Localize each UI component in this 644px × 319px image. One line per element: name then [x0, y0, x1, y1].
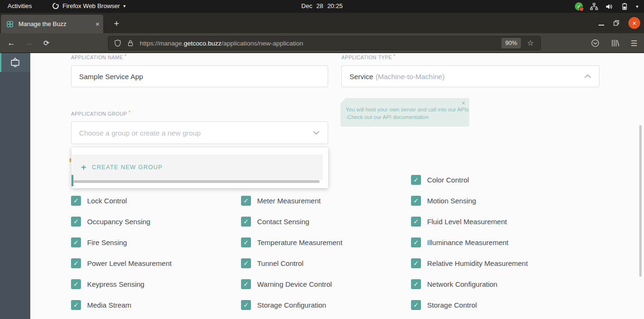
tab-title: Manage the Buzz: [18, 20, 92, 27]
application-group-select[interactable]: Choose a group or create a new group: [71, 121, 328, 144]
required-asterisk: *: [394, 54, 395, 59]
chevron-up-icon[interactable]: [584, 74, 591, 79]
minimize-button[interactable]: [599, 25, 604, 26]
checkbox-checked-icon[interactable]: ✓: [411, 237, 421, 247]
activities-button[interactable]: Activities: [8, 2, 32, 9]
capability-item[interactable]: ✓Keypress Sensing: [71, 279, 241, 289]
plus-icon: +: [81, 162, 86, 173]
application-type-value: Service: [349, 73, 373, 81]
capability-item[interactable]: ✓Contact Sensing: [241, 217, 411, 227]
application-name-input[interactable]: [71, 65, 328, 87]
checkbox-checked-icon[interactable]: ✓: [241, 237, 251, 247]
network-icon[interactable]: [590, 3, 598, 10]
capability-item[interactable]: ✓ Color Control: [411, 175, 469, 185]
application-type-label: APPLICATION TYPE*: [341, 54, 395, 60]
capability-label: Occupancy Sensing: [87, 218, 150, 226]
checkbox-checked-icon[interactable]: ✓: [241, 217, 251, 227]
capability-item[interactable]: ✓Storage Configuration: [241, 300, 411, 310]
capability-item[interactable]: ✓Lock Control: [71, 196, 241, 206]
checkbox-checked-icon[interactable]: ✓: [411, 217, 421, 227]
tab-manage-the-buzz[interactable]: Manage the Buzz ×: [1, 15, 103, 33]
checkbox-checked-icon[interactable]: ✓: [71, 237, 81, 247]
sidebar-item-applications[interactable]: [0, 53, 30, 72]
toolbar-right-icons: ☰: [591, 33, 637, 53]
site-favicon-icon: [6, 20, 14, 28]
create-new-group-option[interactable]: + CREATE NEW GROUP: [72, 155, 323, 180]
application-name-label: APPLICATION NAME*: [71, 54, 126, 60]
capability-item[interactable]: ✓Tunnel Control: [241, 258, 411, 268]
capability-item[interactable]: ✓Meter Measurement: [241, 196, 411, 206]
capability-item[interactable]: ✓Fire Sensing: [71, 237, 241, 247]
checkbox-checked-icon[interactable]: ✓: [241, 279, 251, 289]
screen: Activities Firefox Web Browser ▾ Dec 28 …: [0, 0, 644, 319]
tab-close-icon[interactable]: ×: [92, 20, 103, 28]
capability-label: Storage Control: [427, 301, 477, 309]
capability-item[interactable]: ✓Occupancy Sensing: [71, 217, 241, 227]
obscured-checkbox-fragment: [72, 175, 73, 186]
checkbox-checked-icon[interactable]: ✓: [71, 279, 81, 289]
system-menu-caret-icon[interactable]: ▾: [636, 4, 638, 9]
close-button[interactable]: ×: [628, 17, 640, 29]
capability-label: Color Control: [427, 176, 469, 184]
hamburger-menu-icon[interactable]: ☰: [631, 39, 637, 48]
app-sidebar: [0, 53, 30, 319]
capability-label: Contact Sensing: [257, 218, 309, 226]
url-path: /applications/new-application: [222, 40, 304, 47]
capability-label: Network Configuration: [427, 280, 497, 288]
capability-label: Keypress Sensing: [87, 280, 144, 288]
pocket-icon[interactable]: [591, 39, 599, 47]
reload-button[interactable]: ⟳: [39, 33, 54, 53]
volume-icon[interactable]: [605, 3, 613, 10]
application-type-select[interactable]: Service (Machine-to-Machine): [341, 65, 599, 87]
capability-item[interactable]: ✓Temperature Measurement: [241, 237, 411, 247]
back-button[interactable]: ←: [4, 33, 19, 53]
tooltip-line-1: You will host your own server and call i…: [346, 107, 469, 112]
checkbox-checked-icon[interactable]: ✓: [71, 258, 81, 268]
url-bar[interactable]: https://manage.getcoco.buzz/applications…: [108, 36, 541, 50]
library-icon[interactable]: [611, 39, 619, 47]
new-tab-button[interactable]: +: [110, 17, 123, 30]
bookmark-star-icon[interactable]: ☆: [527, 38, 534, 47]
chevron-down-icon[interactable]: [313, 130, 320, 135]
capability-item[interactable]: ✓Media Stream: [71, 300, 241, 310]
app-menu-button[interactable]: Firefox Web Browser ▾: [52, 2, 125, 9]
capability-item[interactable]: ✓Network Configuration: [411, 279, 610, 289]
forward-button[interactable]: →: [21, 33, 36, 53]
checkbox-checked-icon[interactable]: ✓: [411, 300, 421, 310]
capability-item[interactable]: ✓Power Level Measurement: [71, 258, 241, 268]
app-menu-label: Firefox Web Browser: [63, 2, 120, 9]
capability-item[interactable]: ✓Warning Device Control: [241, 279, 411, 289]
horizontal-scrollbar[interactable]: [73, 180, 320, 183]
tooltip-close-icon[interactable]: ×: [462, 100, 465, 107]
checkbox-checked-icon[interactable]: ✓: [411, 258, 421, 268]
checkbox-checked-icon[interactable]: ✓: [241, 300, 251, 310]
checkbox-checked-icon[interactable]: ✓: [71, 300, 81, 310]
capability-item[interactable]: ✓Fluid Level Measurement: [411, 217, 610, 227]
checkbox-checked-icon[interactable]: ✓: [241, 258, 251, 268]
lock-icon[interactable]: [127, 39, 134, 47]
capability-label: Warning Device Control: [257, 280, 332, 288]
zoom-level-badge[interactable]: 90%: [501, 38, 521, 48]
checkbox-checked-icon[interactable]: ✓: [411, 279, 421, 289]
create-new-group-label: CREATE NEW GROUP: [92, 164, 162, 171]
capability-item[interactable]: ✓Illuminance Measurement: [411, 237, 610, 247]
capability-item[interactable]: ✓Storage Control: [411, 300, 610, 310]
restore-button[interactable]: [613, 20, 619, 26]
tracking-protection-shield-icon[interactable]: [114, 39, 121, 47]
checkbox-checked-icon[interactable]: ✓: [71, 196, 81, 206]
software-update-icon[interactable]: ✓: [575, 2, 583, 10]
checkbox-checked-icon[interactable]: ✓: [411, 196, 421, 206]
vertical-scrollbar[interactable]: [639, 125, 642, 277]
application-type-note: (Machine-to-Machine): [376, 73, 445, 81]
battery-icon[interactable]: [620, 3, 629, 10]
checkbox-checked-icon[interactable]: ✓: [71, 217, 81, 227]
capability-label: Storage Configuration: [257, 301, 326, 309]
capability-item[interactable]: ✓Motion Sensing: [411, 196, 610, 206]
capability-label: Motion Sensing: [427, 197, 476, 205]
clock[interactable]: Dec 28 20:25: [301, 2, 342, 9]
checkbox-checked-icon[interactable]: ✓: [241, 196, 251, 206]
capability-item[interactable]: ✓Relative Humidity Measurement: [411, 258, 610, 268]
system-top-bar: Activities Firefox Web Browser ▾ Dec 28 …: [0, 0, 644, 13]
browser-toolbar: ← → ⟳ https://manage.getcoco.buzz/applic…: [0, 33, 644, 53]
checkbox-checked-icon[interactable]: ✓: [411, 175, 421, 185]
